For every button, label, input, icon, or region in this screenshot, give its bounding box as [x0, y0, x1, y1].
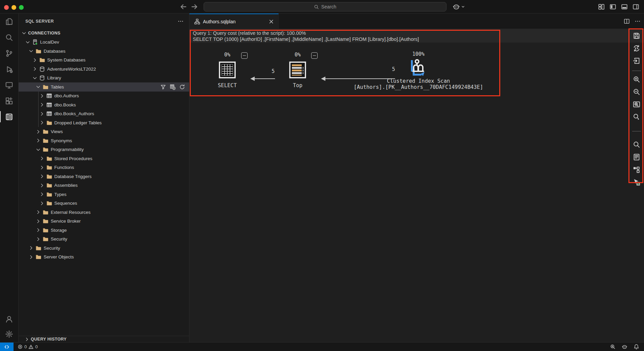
plan-node-clustered-index-scan[interactable]: 100%	[346, 51, 491, 90]
save-button[interactable]	[633, 32, 640, 40]
tree-item-programmability[interactable]: Programmability	[19, 145, 189, 154]
activity-bar-item-sql-server[interactable]	[0, 109, 18, 125]
sidebar-header: SQL SERVER	[19, 14, 189, 29]
tree-item-dbo-books[interactable]: dbo.Books	[19, 100, 189, 109]
tree-item-service-broker[interactable]: Service Broker	[19, 217, 189, 226]
tree-item-database-triggers[interactable]: Database Triggers	[19, 172, 189, 181]
split-editor-icon[interactable]	[624, 18, 630, 24]
clustered-index-scan-icon	[409, 58, 428, 77]
collapse-node-button[interactable]	[241, 52, 248, 59]
refresh-icon[interactable]	[179, 84, 185, 90]
tree-item-security[interactable]: Security	[19, 244, 189, 253]
window-zoom-button[interactable]	[19, 5, 24, 10]
folder-icon	[46, 182, 52, 188]
tree-item-label: Security	[51, 236, 67, 242]
actual-plan-button[interactable]	[633, 178, 640, 186]
tree-item-functions[interactable]: Functions	[19, 163, 189, 172]
tree-item-dbo-books-authors[interactable]: dbo.Books_Authors	[19, 109, 189, 119]
zoom-to-fit-button[interactable]	[633, 101, 640, 108]
zoom-in-button[interactable]	[633, 76, 640, 83]
search-input[interactable]: Search	[204, 2, 446, 11]
chevron-right-icon	[39, 183, 45, 188]
tree-item-server-objects[interactable]: Server Objects	[19, 253, 189, 262]
tree-item-system-databases[interactable]: System Databases	[19, 56, 189, 65]
tree-item-storage[interactable]: Storage	[19, 226, 189, 235]
tree-item-label: Databases	[44, 49, 66, 54]
tree-item-tables[interactable]: Tables	[19, 82, 189, 92]
table-icon	[46, 93, 52, 99]
tree-item-localdev[interactable]: LocalDev	[19, 38, 189, 47]
folder-icon	[43, 236, 48, 242]
toggle-secondary-sidebar-icon[interactable]	[632, 3, 639, 10]
more-actions-icon[interactable]	[178, 18, 184, 24]
tree-item-sequences[interactable]: Sequences	[19, 199, 189, 208]
problems-indicator[interactable]: 0 0	[18, 344, 38, 349]
error-count: 0	[24, 344, 27, 349]
tree-item-views[interactable]: Views	[19, 127, 189, 136]
query-history-section[interactable]: QUERY HISTORY	[19, 336, 189, 342]
activity-bar-item-source-control[interactable]	[0, 45, 18, 61]
activity-bar-item-search[interactable]	[0, 29, 18, 45]
chevron-down-icon	[36, 84, 41, 90]
plan-header-query-line: SELECT TOP (1000) [AuthorID] ,[FirstName…	[193, 36, 644, 42]
custom-zoom-button[interactable]	[633, 113, 640, 121]
activity-bar-item-settings[interactable]	[0, 327, 18, 342]
window-minimize-button[interactable]	[12, 5, 16, 10]
tree-item-stored-procedures[interactable]: Stored Procedures	[19, 154, 189, 163]
tree-item-label: Synonyms	[51, 138, 72, 143]
close-icon[interactable]	[268, 19, 274, 25]
activity-bar-item-remote-explorer[interactable]	[0, 77, 18, 93]
properties-button[interactable]	[633, 153, 640, 161]
tree-item-label: CONNECTIONS	[28, 31, 61, 35]
tree-item-library[interactable]: Library	[19, 74, 189, 83]
filter-icon[interactable]	[160, 84, 166, 90]
navigate-back-icon[interactable]	[179, 3, 187, 11]
result-set-icon	[218, 61, 236, 79]
notifications-bell-icon[interactable]	[634, 344, 639, 350]
tree-item-databases[interactable]: Databases	[19, 47, 189, 56]
folder-icon	[46, 156, 52, 161]
tree-item-synonyms[interactable]: Synonyms	[19, 136, 189, 145]
tree-item-assemblies[interactable]: Assemblies	[19, 181, 189, 190]
server-icon	[32, 39, 38, 45]
folder-icon	[46, 192, 52, 197]
sql-server-icon	[5, 113, 13, 121]
tree-item-label: Server Objects	[44, 254, 74, 259]
zoom-out-button[interactable]	[633, 88, 640, 96]
toggle-panel-icon[interactable]	[621, 3, 628, 10]
plan-header-cost-line: Query 1: Query cost (relative to the scr…	[193, 30, 644, 36]
open-query-button[interactable]	[633, 45, 640, 52]
highlight-expensive-operation-button[interactable]	[633, 166, 640, 173]
tab-more-actions-icon[interactable]	[635, 18, 641, 24]
activity-bar-footer	[0, 312, 18, 342]
tree-item-dbo-authors[interactable]: dbo.Authors	[19, 92, 189, 101]
tab-authors-sqlplan[interactable]: Authors.sqlplan	[189, 14, 279, 29]
tree-item-label: Stored Procedures	[54, 156, 93, 161]
tree-item-external-resources[interactable]: External Resources	[19, 208, 189, 217]
activity-bar-item-accounts[interactable]	[0, 312, 18, 327]
tree-item-security[interactable]: Security	[19, 235, 189, 244]
tree-item-dropped-ledger-tables[interactable]: Dropped Ledger Tables	[19, 118, 189, 127]
open-plan-file-button[interactable]	[633, 57, 640, 65]
tree-item-types[interactable]: Types	[19, 190, 189, 199]
run-and-debug-icon	[5, 65, 13, 73]
toggle-sidebar-icon[interactable]	[610, 3, 616, 10]
copilot-menu[interactable]	[453, 3, 465, 10]
screen-zoom-icon[interactable]	[610, 344, 616, 350]
window-close-button[interactable]	[4, 5, 9, 10]
tree-item-adventureworkslt2022[interactable]: AdventureWorksLT2022	[19, 65, 189, 74]
activity-bar-item-extensions[interactable]	[0, 93, 18, 109]
customize-layout-icon[interactable]	[598, 3, 605, 10]
copilot-status-icon[interactable]	[622, 344, 627, 350]
new-table-icon[interactable]	[170, 84, 176, 90]
search-icon	[314, 4, 319, 9]
activity-bar-item-explorer[interactable]	[0, 14, 18, 29]
remote-indicator[interactable]	[0, 343, 14, 351]
tree-item-connections[interactable]: CONNECTIONS	[19, 29, 189, 38]
chevron-right-icon	[39, 192, 45, 197]
activity-bar-item-run-and-debug[interactable]	[0, 61, 18, 77]
find-node-button[interactable]	[633, 141, 640, 148]
navigate-forward-icon[interactable]	[190, 3, 199, 11]
collapse-node-button[interactable]	[311, 52, 318, 59]
search-icon	[5, 33, 13, 42]
